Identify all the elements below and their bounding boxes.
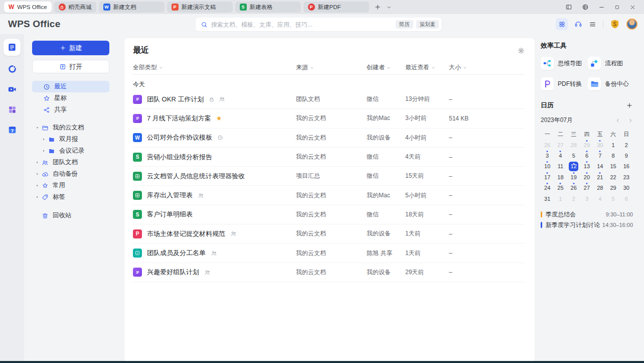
filter-4[interactable]: 大小 (449, 63, 525, 72)
calendar-day-3[interactable]: 3 (541, 150, 554, 161)
calendar-day-5[interactable]: 5 (567, 150, 580, 161)
file-row[interactable]: W公司对外合作协议模板我的云文档我的设备4小时前– (133, 129, 525, 148)
file-row[interactable]: P市场主体登记提交材料规范我的云文档我的设备1天前– (133, 224, 525, 244)
calendar-day-23[interactable]: 23 (620, 172, 633, 182)
rail-item-calendar[interactable] (8, 125, 17, 135)
tool-1[interactable]: 流程图 (588, 57, 633, 70)
sidebar-item-2[interactable]: 共享 (32, 104, 109, 115)
calendar-day-6[interactable]: 6 (580, 150, 593, 161)
calendar-day-4[interactable]: 4 (593, 193, 606, 204)
rail-item-apps[interactable] (8, 105, 17, 114)
file-row[interactable]: S营销小组业绩分析报告我的云文档微信4天前– (133, 148, 525, 167)
tree-item-3[interactable]: 团队文档 (32, 157, 109, 168)
calendar-day-14[interactable]: 14 (593, 161, 606, 172)
file-row[interactable]: 云文档管人员信息统计表理器验收项目汇总微信15天前– (133, 167, 525, 186)
tree-item-6[interactable]: 标签 (32, 191, 109, 203)
rail-item-meeting[interactable] (7, 84, 17, 94)
caret-right-icon[interactable] (34, 160, 41, 165)
rail-item-documents[interactable] (4, 39, 21, 56)
open-file-button[interactable]: 打开 (32, 60, 109, 73)
calendar-day-9[interactable]: 9 (620, 150, 633, 161)
tab-1[interactable]: 稻壳商城 (54, 2, 96, 13)
calendar-day-24[interactable]: 24 (541, 183, 554, 193)
minimize-icon[interactable] (598, 4, 605, 11)
calendar-day-4[interactable]: 4 (554, 150, 567, 161)
calendar-day-2[interactable]: 2 (567, 193, 580, 204)
tree-item-1[interactable]: 双月报 (39, 134, 109, 145)
file-row[interactable]: 库存出入管理表我的云文档我的Mac5小时前– (133, 186, 525, 205)
calendar-day-28[interactable]: 28 (567, 140, 580, 150)
tree-item-4[interactable]: 自动备份 (32, 168, 109, 180)
tab-3[interactable]: P新建演示文稿 (167, 2, 233, 13)
tree-item-0[interactable]: 我的云文档 (32, 122, 109, 134)
filter-3[interactable]: 最近查看 (405, 63, 449, 72)
file-row[interactable]: 兴趣爱好组队计划我的云文档我的设备29天前– (133, 263, 525, 282)
tab-5[interactable]: P新建PDF (303, 2, 369, 13)
calendar-event[interactable]: 新季度学习计划讨论14:30–16:00 (541, 220, 633, 230)
calendar-day-28[interactable]: 28 (593, 183, 606, 193)
file-row[interactable]: 团队成员及分工名单我的云文档陈旭 共享1天前– (133, 244, 525, 263)
tab-list-dropdown-icon[interactable] (386, 5, 392, 10)
avatar[interactable] (626, 19, 637, 30)
caret-right-icon[interactable] (34, 183, 41, 188)
calendar-day-22[interactable]: 22 (606, 172, 619, 182)
search-input[interactable] (211, 21, 396, 28)
search-bar[interactable]: 简历策划案 (196, 18, 441, 31)
calendar-day-20[interactable]: 20 (580, 172, 593, 182)
tool-2[interactable]: PDF转换 (541, 77, 588, 90)
add-event-icon[interactable] (626, 102, 633, 109)
new-tab-button[interactable] (374, 4, 381, 11)
headset-icon[interactable] (574, 20, 582, 28)
calendar-day-8[interactable]: 8 (606, 150, 619, 161)
calendar-day-16[interactable]: 16 (620, 161, 633, 172)
calendar-day-13[interactable]: 13 (580, 161, 593, 172)
calendar-day-30[interactable]: 30 (593, 140, 606, 150)
calendar-day-26[interactable]: 26 (567, 183, 580, 193)
file-row[interactable]: 团队 OKR 工作计划团队文档微信13分钟前– (133, 90, 525, 109)
caret-right-icon[interactable] (41, 149, 47, 153)
calendar-day-30[interactable]: 30 (620, 183, 633, 193)
calendar-day-11[interactable]: 11 (554, 161, 567, 172)
calendar-day-3[interactable]: 3 (580, 193, 593, 204)
calendar-day-6[interactable]: 6 (620, 193, 633, 204)
close-icon[interactable] (629, 4, 636, 11)
settings-gear-icon[interactable] (518, 47, 525, 54)
caret-right-icon[interactable] (34, 195, 41, 199)
calendar-day-21[interactable]: 21 (593, 172, 606, 182)
calendar-day-26[interactable]: 26 (541, 140, 554, 150)
tree-item-2[interactable]: 会议记录 (39, 145, 109, 157)
tree-item-5[interactable]: 常用 (32, 180, 109, 191)
caret-right-icon[interactable] (41, 137, 47, 142)
tab-2[interactable]: W新建文档 (99, 2, 165, 13)
filter-1[interactable]: 来源 (296, 63, 367, 72)
split-view-icon[interactable] (565, 4, 572, 11)
new-document-button[interactable]: 新建 (32, 41, 109, 55)
filter-0[interactable]: 全部类型 (133, 63, 296, 72)
search-tag[interactable]: 简历 (396, 20, 413, 29)
search-tag[interactable]: 策划案 (416, 20, 439, 29)
sidebar-item-1[interactable]: 星标 (32, 92, 109, 104)
filter-2[interactable]: 创建者 (367, 63, 405, 72)
calendar-day-31[interactable]: 31 (541, 193, 554, 204)
tab-0[interactable]: WWPS Office (4, 2, 52, 13)
calendar-day-27[interactable]: 27 (554, 140, 567, 150)
calendar-day-1[interactable]: 1 (606, 140, 619, 150)
calendar-day-19[interactable]: 19 (567, 172, 580, 182)
calendar-day-17[interactable]: 17 (541, 172, 554, 182)
calendar-day-10[interactable]: 10 (541, 161, 554, 172)
calendar-day-5[interactable]: 5 (606, 193, 619, 204)
tool-3[interactable]: 备份中心 (588, 77, 633, 90)
calendar-day-25[interactable]: 25 (554, 183, 567, 193)
calendar-day-18[interactable]: 18 (554, 172, 567, 182)
sidebar-item-0[interactable]: 最近 (32, 81, 109, 92)
calendar-event[interactable]: 季度总结会9:30–11:00 (541, 209, 633, 219)
next-month-icon[interactable] (628, 118, 633, 123)
calendar-day-2[interactable]: 2 (620, 140, 633, 150)
calendar-day-12[interactable]: 12 (567, 161, 580, 172)
file-row[interactable]: S客户订单明细表我的云文档微信18天前– (133, 205, 525, 224)
caret-down-icon[interactable] (34, 126, 41, 130)
maximize-icon[interactable] (614, 5, 620, 10)
tool-0[interactable]: 思维导图 (541, 57, 588, 70)
calendar-day-29[interactable]: 29 (606, 183, 619, 193)
calendar-day-27[interactable]: 27 (580, 183, 593, 193)
